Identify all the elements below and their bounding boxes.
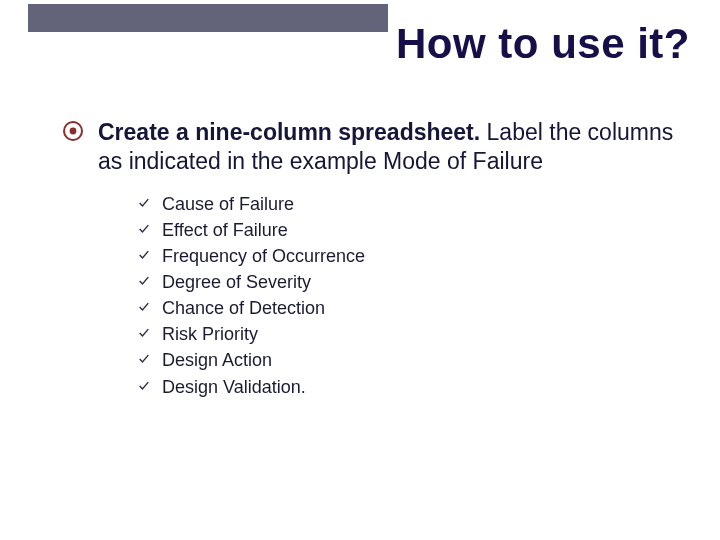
bullet-lead-text: Create a nine-column spreadsheet. (98, 119, 480, 145)
list-item-label: Design Validation. (162, 377, 306, 397)
list-item: Chance of Detection (138, 295, 680, 321)
list-item-label: Frequency of Occurrence (162, 246, 365, 266)
list-item: Design Action (138, 347, 680, 373)
list-item-label: Chance of Detection (162, 298, 325, 318)
slide-body: Create a nine-column spreadsheet. Label … (62, 118, 680, 400)
list-item: Design Validation. (138, 374, 680, 400)
target-bullet-icon (62, 120, 84, 142)
check-icon (138, 275, 152, 289)
check-icon (138, 380, 152, 394)
list-item-label: Design Action (162, 350, 272, 370)
sub-bullet-list: Cause of Failure Effect of Failure Frequ… (138, 191, 680, 400)
check-icon (138, 327, 152, 341)
bullet-level1: Create a nine-column spreadsheet. Label … (62, 118, 680, 177)
check-icon (138, 197, 152, 211)
list-item: Cause of Failure (138, 191, 680, 217)
check-icon (138, 353, 152, 367)
list-item-label: Risk Priority (162, 324, 258, 344)
list-item: Degree of Severity (138, 269, 680, 295)
list-item-label: Degree of Severity (162, 272, 311, 292)
svg-point-1 (70, 128, 77, 135)
check-icon (138, 249, 152, 263)
check-icon (138, 301, 152, 315)
top-accent-bar (28, 4, 388, 32)
list-item: Effect of Failure (138, 217, 680, 243)
slide-title: How to use it? (396, 20, 690, 68)
slide: How to use it? Create a nine-column spre… (0, 0, 720, 540)
check-icon (138, 223, 152, 237)
list-item: Risk Priority (138, 321, 680, 347)
list-item-label: Cause of Failure (162, 194, 294, 214)
list-item-label: Effect of Failure (162, 220, 288, 240)
list-item: Frequency of Occurrence (138, 243, 680, 269)
